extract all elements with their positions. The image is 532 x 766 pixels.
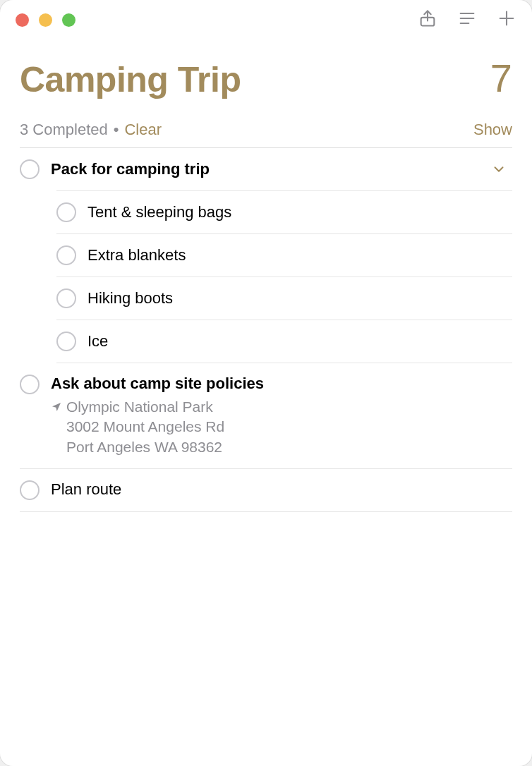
reminder-body: Ask about camp site policies Olympic Nat… bbox=[51, 363, 512, 468]
reminder-checkbox[interactable] bbox=[56, 245, 76, 265]
completed-count: 3 Completed bbox=[20, 121, 108, 139]
reminder-checkbox[interactable] bbox=[56, 288, 76, 308]
reminder-item[interactable]: Pack for camping trip bbox=[20, 148, 512, 190]
content-area: Camping Trip 7 3 Completed • Clear Show … bbox=[0, 39, 532, 766]
chevron-down-icon[interactable] bbox=[491, 162, 512, 177]
subtask-title: Hiking boots bbox=[87, 278, 512, 319]
show-button[interactable]: Show bbox=[473, 121, 512, 139]
zoom-window-button[interactable] bbox=[62, 13, 75, 27]
subtask-title: Ice bbox=[87, 321, 512, 362]
subtask-item[interactable]: Hiking boots bbox=[56, 277, 512, 320]
share-icon[interactable] bbox=[418, 8, 437, 31]
list-view-icon[interactable] bbox=[457, 8, 477, 31]
list-count: 7 bbox=[490, 55, 512, 101]
reminder-title: Pack for camping trip bbox=[51, 149, 491, 190]
minimize-window-button[interactable] bbox=[39, 13, 52, 27]
reminder-checkbox[interactable] bbox=[20, 159, 40, 179]
list-header: Camping Trip 7 bbox=[20, 55, 512, 101]
reminder-item[interactable]: Ask about camp site policies Olympic Nat… bbox=[20, 363, 512, 469]
reminder-checkbox[interactable] bbox=[20, 375, 40, 394]
list-title: Camping Trip bbox=[20, 59, 241, 100]
location-icon bbox=[51, 399, 62, 416]
separator-dot: • bbox=[114, 121, 119, 139]
location-name: Olympic National Park bbox=[66, 397, 224, 417]
reminder-title: Ask about camp site policies bbox=[51, 375, 512, 393]
reminder-title: Plan route bbox=[51, 469, 512, 510]
subtask-item[interactable]: Ice bbox=[56, 320, 512, 363]
subtask-group: Tent & sleeping bags Extra blankets Hiki… bbox=[20, 190, 512, 363]
subtask-title: Extra blankets bbox=[87, 235, 512, 276]
window-controls bbox=[16, 13, 75, 27]
status-row: 3 Completed • Clear Show bbox=[20, 121, 512, 139]
close-window-button[interactable] bbox=[16, 13, 29, 27]
location-city: Port Angeles WA 98362 bbox=[66, 437, 224, 457]
toolbar bbox=[418, 8, 516, 31]
subtask-item[interactable]: Extra blankets bbox=[56, 234, 512, 277]
reminder-checkbox[interactable] bbox=[56, 202, 76, 222]
reminder-checkbox[interactable] bbox=[56, 332, 76, 351]
reminder-location: Olympic National Park 3002 Mount Angeles… bbox=[51, 397, 512, 457]
location-street: 3002 Mount Angeles Rd bbox=[66, 417, 224, 437]
reminders-window: Camping Trip 7 3 Completed • Clear Show … bbox=[0, 0, 532, 766]
reminder-list: Pack for camping trip Tent & sleeping ba… bbox=[20, 148, 512, 512]
subtask-item[interactable]: Tent & sleeping bags bbox=[56, 190, 512, 234]
clear-button[interactable]: Clear bbox=[124, 121, 162, 139]
reminder-checkbox[interactable] bbox=[20, 480, 40, 500]
reminder-item[interactable]: Plan route bbox=[20, 469, 512, 512]
location-address: Olympic National Park 3002 Mount Angeles… bbox=[66, 397, 224, 457]
add-icon[interactable] bbox=[497, 8, 516, 31]
subtask-title: Tent & sleeping bags bbox=[87, 192, 512, 233]
titlebar bbox=[0, 0, 532, 39]
